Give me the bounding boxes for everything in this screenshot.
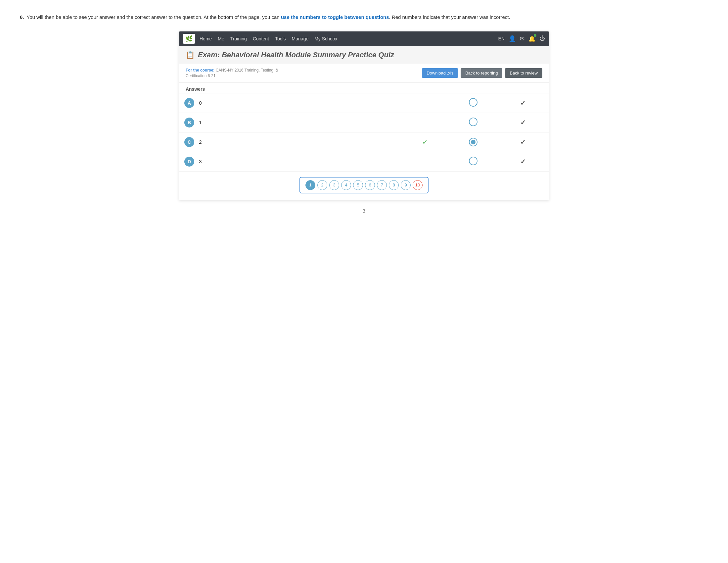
option-value: 1	[199, 119, 202, 125]
correct-cell	[401, 152, 449, 171]
option-cell: A 0	[179, 93, 401, 113]
logo: 🌿	[183, 34, 195, 44]
page-number-btn[interactable]: 2	[317, 180, 327, 190]
exam-header: 📋 Exam: Behavioral Health Module Summary…	[179, 46, 549, 64]
nav-content[interactable]: Content	[253, 36, 269, 41]
course-label: For the course:	[186, 68, 214, 72]
selected-cell	[449, 152, 497, 171]
final-checkmark: ✓	[520, 119, 526, 126]
pagination-box: 12345678910	[299, 177, 429, 193]
check-cell: ✓	[497, 113, 549, 132]
table-row: A 0✓	[179, 93, 549, 113]
check-cell: ✓	[497, 152, 549, 171]
intro-text-before: You will then be able to see your answer…	[27, 14, 281, 20]
page-number-btn[interactable]: 9	[401, 180, 411, 190]
nav-items: Home Me Training Content Tools Manage My…	[200, 36, 498, 41]
nav-mail-icon[interactable]: ✉	[520, 35, 524, 42]
browser-window: 🌿 Home Me Training Content Tools Manage …	[179, 31, 549, 200]
option-value: 0	[199, 100, 202, 106]
radio-empty	[469, 117, 478, 126]
correct-cell: ✓	[401, 132, 449, 152]
check-cell: ✓	[497, 132, 549, 152]
answers-header: Answers	[179, 82, 549, 93]
selected-cell	[449, 132, 497, 152]
nav-training[interactable]: Training	[230, 36, 247, 41]
option-badge: A	[184, 98, 194, 108]
nav-myschoox[interactable]: My Schoox	[314, 36, 337, 41]
page-number-btn[interactable]: 5	[353, 180, 363, 190]
nav-manage[interactable]: Manage	[292, 36, 309, 41]
action-buttons: Download .xls Back to reporting Back to …	[422, 68, 542, 78]
option-cell: C 2	[179, 132, 401, 152]
nav-home[interactable]: Home	[200, 36, 212, 41]
page-number-btn[interactable]: 8	[389, 180, 399, 190]
option-cell: B 1	[179, 113, 401, 132]
navbar: 🌿 Home Me Training Content Tools Manage …	[179, 31, 549, 46]
download-button[interactable]: Download .xls	[422, 68, 458, 78]
page-number-btn[interactable]: 6	[365, 180, 375, 190]
correct-checkmark: ✓	[422, 138, 428, 146]
intro-number: 6.	[20, 14, 24, 20]
intro-paragraph: 6. You will then be able to see your ans…	[20, 13, 708, 21]
answer-table: A 0✓B 1✓C 2✓✓D 3✓	[179, 93, 549, 171]
nav-bell-icon[interactable]: 🔔	[528, 35, 535, 42]
page-number-btn[interactable]: 4	[341, 180, 351, 190]
page-number-btn[interactable]: 1	[305, 180, 315, 190]
option-badge: B	[184, 117, 194, 127]
option-value: 2	[199, 139, 202, 145]
back-review-button[interactable]: Back to review	[505, 68, 542, 78]
page-number-btn[interactable]: 10	[413, 180, 423, 190]
radio-empty	[469, 157, 478, 165]
exam-icon: 📋	[186, 51, 195, 59]
selected-cell	[449, 93, 497, 113]
option-value: 3	[199, 159, 202, 164]
nav-me[interactable]: Me	[218, 36, 224, 41]
nav-lang: EN	[498, 36, 505, 41]
table-row: B 1✓	[179, 113, 549, 132]
intro-highlight: use the numbers to toggle between questi…	[281, 14, 389, 20]
selected-cell	[449, 113, 497, 132]
nav-right: EN 👤 ✉ 🔔 ⏻	[498, 35, 545, 42]
option-badge: D	[184, 157, 194, 166]
correct-cell	[401, 93, 449, 113]
intro-text-after: . Red numbers indicate that your answer …	[389, 14, 510, 20]
course-name: CANS-NY 2016 Training, Testing, &	[216, 68, 278, 72]
final-checkmark: ✓	[520, 158, 526, 165]
correct-cell	[401, 113, 449, 132]
option-cell: D 3	[179, 152, 401, 171]
page-number-btn[interactable]: 3	[329, 180, 339, 190]
nav-tools[interactable]: Tools	[275, 36, 286, 41]
table-row: C 2✓✓	[179, 132, 549, 152]
radio-filled	[469, 138, 478, 146]
final-checkmark: ✓	[520, 138, 526, 146]
table-row: D 3✓	[179, 152, 549, 171]
answers-section: Answers A 0✓B 1✓C 2✓✓D 3✓ 12345678910	[179, 82, 549, 200]
exam-title: Exam: Behavioral Health Module Summary P…	[198, 51, 394, 59]
check-cell: ✓	[497, 93, 549, 113]
nav-user-icon[interactable]: 👤	[509, 35, 516, 42]
radio-empty	[469, 98, 478, 107]
page-number: 3	[363, 208, 365, 213]
option-badge: C	[184, 137, 194, 147]
pagination-wrapper: 12345678910	[179, 171, 549, 200]
nav-power-icon[interactable]: ⏻	[539, 35, 545, 42]
page-number-btn[interactable]: 7	[377, 180, 387, 190]
page-footer: 3	[20, 208, 708, 213]
course-info: For the course: CANS-NY 2016 Training, T…	[186, 68, 278, 79]
final-checkmark: ✓	[520, 99, 526, 107]
back-reporting-button[interactable]: Back to reporting	[461, 68, 502, 78]
course-name2: Certification 6-21	[186, 73, 216, 78]
sub-header: For the course: CANS-NY 2016 Training, T…	[179, 64, 549, 82]
